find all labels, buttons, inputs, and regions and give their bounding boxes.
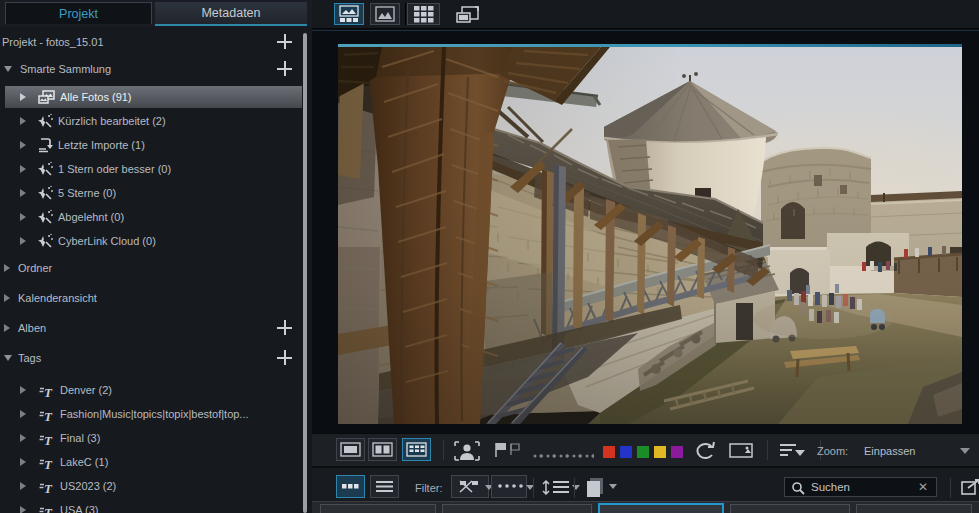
svg-text:T: T — [44, 505, 53, 513]
svg-text:T: T — [44, 457, 53, 471]
svg-text:T: T — [44, 481, 53, 495]
svg-text:T: T — [44, 433, 53, 447]
svg-text:T: T — [44, 385, 53, 399]
svg-text:T: T — [44, 409, 53, 423]
